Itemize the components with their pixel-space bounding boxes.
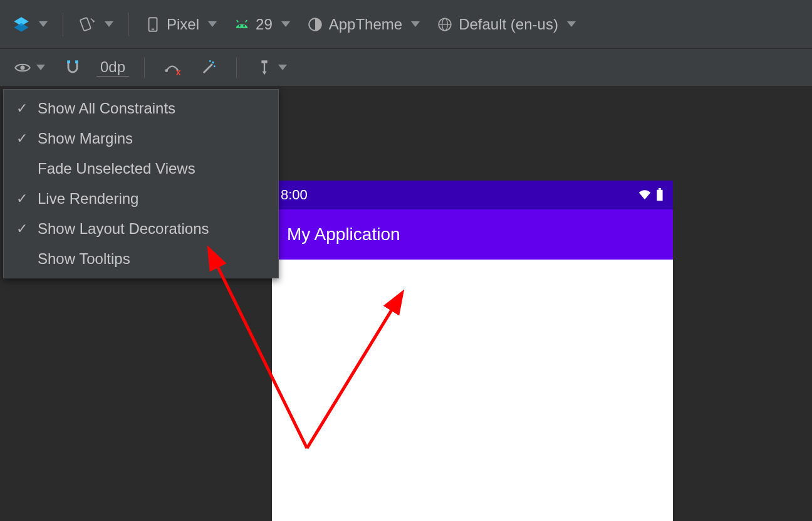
device-preview[interactable]: 8:00 My Application — [272, 181, 673, 521]
chevron-down-icon — [281, 21, 290, 27]
menu-show-margins[interactable]: ✓ Show Margins — [4, 124, 278, 154]
toolbar-separator — [236, 57, 237, 78]
preview-status-bar: 8:00 — [272, 181, 673, 209]
theme-selector[interactable]: AppTheme — [300, 12, 426, 37]
design-surface-button[interactable] — [6, 12, 54, 37]
menu-show-tooltips[interactable]: ✓ Show Tooltips — [4, 244, 278, 274]
svg-text:x: x — [176, 66, 181, 76]
menu-label: Show Layout Decorations — [38, 220, 209, 238]
design-top-toolbar: Pixel 29 AppTheme Default (en-us) — [0, 0, 812, 49]
chevron-down-icon — [411, 21, 420, 27]
view-options-button[interactable] — [10, 56, 49, 79]
svg-marker-1 — [14, 23, 28, 31]
device-selector[interactable]: Pixel — [138, 12, 223, 37]
svg-line-9 — [246, 20, 247, 23]
api-label: 29 — [256, 16, 273, 33]
svg-point-21 — [214, 65, 216, 67]
phone-icon — [144, 16, 162, 33]
layers-icon — [13, 16, 30, 33]
locale-label: Default (en-us) — [459, 16, 558, 33]
clear-constraints-button[interactable]: x — [160, 56, 185, 79]
svg-point-7 — [243, 24, 245, 26]
android-icon — [233, 16, 251, 33]
guidelines-button[interactable] — [252, 56, 291, 79]
design-second-toolbar: 0dp x — [0, 49, 812, 87]
svg-point-22 — [209, 60, 211, 62]
autoconnect-button[interactable] — [60, 56, 85, 79]
theme-label: AppTheme — [329, 16, 402, 33]
chevron-down-icon — [208, 21, 217, 27]
toolbar-separator — [128, 13, 129, 36]
guideline-icon — [256, 59, 273, 76]
chevron-down-icon — [567, 21, 576, 27]
chevron-down-icon — [36, 65, 45, 70]
status-time: 8:00 — [281, 187, 308, 203]
battery-icon — [655, 188, 664, 202]
toolbar-separator — [144, 57, 145, 78]
view-options-menu: ✓ Show All Constraints ✓ Show Margins ✓ … — [3, 89, 279, 278]
svg-point-17 — [165, 69, 168, 72]
svg-rect-24 — [261, 60, 267, 63]
chevron-down-icon — [105, 21, 113, 27]
app-title: My Application — [287, 224, 400, 245]
wifi-icon — [638, 188, 652, 202]
menu-live-rendering[interactable]: ✓ Live Rendering — [4, 184, 278, 214]
svg-point-6 — [239, 24, 241, 26]
eye-icon — [14, 59, 31, 76]
menu-label: Show All Constraints — [38, 100, 175, 117]
locale-selector[interactable]: Default (en-us) — [430, 12, 582, 37]
check-icon: ✓ — [15, 192, 29, 206]
magic-wand-icon — [200, 59, 217, 76]
svg-rect-26 — [657, 190, 662, 201]
menu-label: Show Tooltips — [38, 250, 130, 268]
toolbar-separator — [63, 13, 63, 36]
default-margin-input[interactable]: 0dp — [96, 58, 129, 76]
orientation-icon — [78, 16, 96, 33]
svg-line-19 — [204, 64, 212, 73]
svg-point-20 — [212, 61, 214, 64]
menu-label: Fade Unselected Views — [38, 160, 195, 177]
svg-marker-25 — [263, 71, 267, 74]
clear-constraints-icon: x — [164, 59, 181, 76]
menu-show-all-constraints[interactable]: ✓ Show All Constraints — [4, 93, 278, 124]
svg-rect-16 — [75, 60, 78, 63]
svg-point-14 — [21, 65, 25, 70]
theme-icon — [306, 16, 324, 33]
preview-app-bar: My Application — [272, 209, 673, 260]
orientation-button[interactable] — [72, 12, 120, 37]
menu-label: Live Rendering — [38, 190, 138, 208]
menu-fade-unselected-views[interactable]: ✓ Fade Unselected Views — [4, 154, 278, 184]
api-selector[interactable]: 29 — [227, 12, 296, 37]
check-icon: ✓ — [15, 132, 29, 145]
menu-label: Show Margins — [38, 130, 133, 147]
svg-rect-15 — [67, 60, 70, 63]
svg-line-8 — [237, 20, 238, 23]
device-label: Pixel — [167, 16, 199, 33]
chevron-down-icon — [39, 21, 48, 27]
chevron-down-icon — [278, 65, 287, 70]
svg-rect-27 — [658, 188, 661, 190]
magnet-icon — [64, 59, 81, 76]
infer-constraints-button[interactable] — [196, 56, 221, 79]
check-icon: ✓ — [15, 102, 29, 115]
svg-rect-2 — [80, 17, 91, 31]
check-icon: ✓ — [15, 222, 29, 236]
menu-show-layout-decorations[interactable]: ✓ Show Layout Decorations — [4, 214, 278, 244]
globe-icon — [436, 16, 454, 33]
status-icons — [638, 188, 664, 202]
